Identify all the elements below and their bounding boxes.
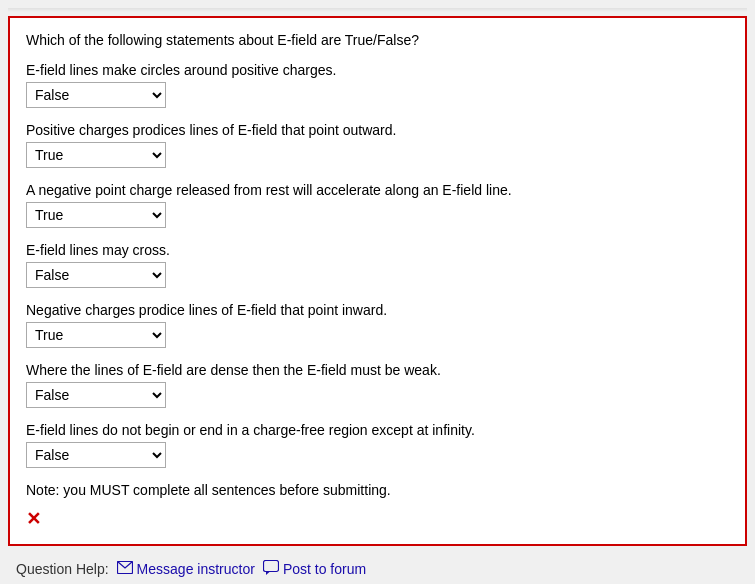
message-instructor-label: Message instructor: [137, 561, 255, 577]
statement-block-6: Where the lines of E-field are dense the…: [26, 362, 729, 408]
tf-select-5[interactable]: TrueFalse: [26, 322, 166, 348]
message-instructor-link[interactable]: Message instructor: [117, 561, 255, 577]
question-title: Which of the following statements about …: [26, 32, 729, 48]
question-box: Which of the following statements about …: [8, 16, 747, 546]
statement-text-3: A negative point charge released from re…: [26, 182, 729, 198]
tf-select-6[interactable]: TrueFalse: [26, 382, 166, 408]
statements-container: E-field lines make circles around positi…: [26, 62, 729, 468]
tf-select-3[interactable]: TrueFalse: [26, 202, 166, 228]
statement-text-4: E-field lines may cross.: [26, 242, 729, 258]
svg-rect-1: [263, 561, 278, 572]
statement-block-7: E-field lines do not begin or end in a c…: [26, 422, 729, 468]
post-to-forum-link[interactable]: Post to forum: [263, 560, 366, 578]
tf-select-7[interactable]: TrueFalse: [26, 442, 166, 468]
statement-block-3: A negative point charge released from re…: [26, 182, 729, 228]
statement-block-2: Positive charges prodices lines of E-fie…: [26, 122, 729, 168]
tf-select-4[interactable]: TrueFalse: [26, 262, 166, 288]
question-help-bar: Question Help: Message instructor Post t…: [8, 554, 747, 584]
statement-block-1: E-field lines make circles around positi…: [26, 62, 729, 108]
top-divider: [8, 8, 747, 12]
post-to-forum-label: Post to forum: [283, 561, 366, 577]
statement-text-5: Negative charges prodice lines of E-fiel…: [26, 302, 729, 318]
mail-icon: [117, 561, 133, 577]
statement-text-6: Where the lines of E-field are dense the…: [26, 362, 729, 378]
statement-text-2: Positive charges prodices lines of E-fie…: [26, 122, 729, 138]
help-label: Question Help:: [16, 561, 109, 577]
tf-select-2[interactable]: TrueFalse: [26, 142, 166, 168]
statement-block-5: Negative charges prodice lines of E-fiel…: [26, 302, 729, 348]
tf-select-1[interactable]: TrueFalse: [26, 82, 166, 108]
chat-icon: [263, 560, 279, 578]
statement-block-4: E-field lines may cross.TrueFalse: [26, 242, 729, 288]
note-text: Note: you MUST complete all sentences be…: [26, 482, 729, 498]
page-wrapper: Which of the following statements about …: [0, 0, 755, 584]
statement-text-1: E-field lines make circles around positi…: [26, 62, 729, 78]
error-symbol: ✕: [26, 508, 729, 530]
statement-text-7: E-field lines do not begin or end in a c…: [26, 422, 729, 438]
